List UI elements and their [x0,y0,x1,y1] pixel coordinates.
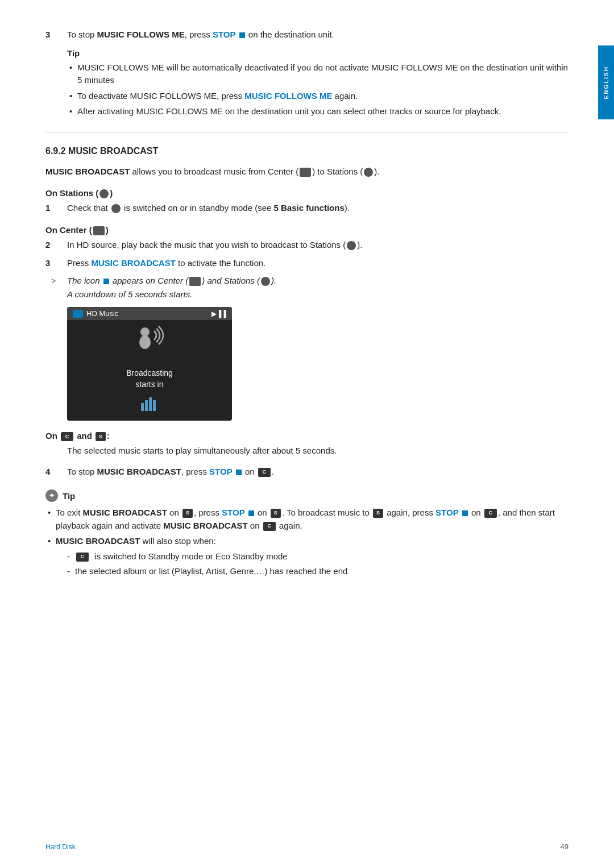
screenshot-title: HD Music [86,309,118,318]
svg-rect-4 [149,397,152,411]
tip-bottom-title: Tip [63,491,75,501]
section-heading: 6.9.2 MUSIC BROADCAST [45,146,569,156]
s-icon-tip1b: S [271,509,281,518]
center-icon-heading [93,226,105,235]
step2: 2 In HD source, play back the music that… [45,239,569,252]
broadcast-line2: starts in [135,380,163,389]
countdown-icon [141,396,158,413]
step3-mb-text: Press MUSIC BROADCAST to activate the fu… [67,257,569,270]
dash-item-1: C is switched to Standby mode or Eco Sta… [67,550,569,563]
step3-top-mid: , press [185,30,213,39]
and-text: and [503,508,517,517]
broadcast-icon-inline [103,279,109,284]
on-stations-heading-text: On Stations ( [45,188,98,198]
center-icon-arrow [189,277,201,286]
station-icon-intro [364,168,373,177]
tip-item-2: To deactivate MUSIC FOLLOWS ME, press MU… [67,90,569,103]
step3-top-text: To stop MUSIC FOLLOWS ME, press STOP on … [67,28,569,41]
stop-sq-tip1b [462,510,468,516]
c-icon-tip1b: C [263,522,276,531]
bars-svg [141,397,158,411]
step1: 1 Check that is switched on or in standb… [45,202,569,215]
step3-mb: 3 Press MUSIC BROADCAST to activate the … [45,257,569,270]
footer-label: Hard Disk [45,843,76,851]
step3-mb-num: 3 [45,258,67,268]
step2-before: In HD source, play back the music that y… [67,240,346,250]
intro-text: allows you to broadcast music from Cente… [130,167,298,176]
stop-sq-tip1a [248,510,254,516]
step4-text: To stop MUSIC BROADCAST, press STOP on C… [67,466,569,479]
step4: 4 To stop MUSIC BROADCAST, press STOP on… [45,466,569,479]
s-icon-heading: S [96,432,106,441]
step1-after: is switched on or in standby mode (see [124,203,273,213]
stop-icon-top [239,32,245,38]
tip-bottom-item2: MUSIC BROADCAST will also stop when: C i… [45,535,569,578]
station-icon-arrow [261,277,270,286]
dash-item-2: the selected album or list (Playlist, Ar… [67,565,569,578]
footer-page: 49 [561,842,569,851]
arrow-end: ). [271,276,276,285]
step1-bold: 5 Basic functions [274,203,345,213]
intro-text3: ). [374,167,379,176]
c-icon-tip1: C [484,509,497,518]
tip-bottom-header: ✦ Tip [45,489,569,502]
step3-mb-after: to activate the function. [176,258,265,268]
arrow-before: The icon [67,276,102,285]
on-center-heading-end: ) [106,225,109,235]
tip-top-title: Tip [67,48,569,58]
svg-point-0 [140,327,150,337]
step1-text: Check that is switched on or in standby … [67,202,569,215]
on-c-and-s-before: On [45,431,60,441]
intro-text2: ) to Stations ( [312,167,363,176]
on-center-heading-text: On Center ( [45,225,92,235]
tip-mb-bold1: MUSIC BROADCAST [83,508,167,517]
on-c-and-s-colon: : [107,431,110,441]
tip-mb-bold2: MUSIC BROADCAST [163,521,247,530]
on-c-and-s-heading: On C and S: [45,431,569,441]
on-stations-heading-end: ) [110,188,113,198]
c-icon-heading: C [61,432,73,441]
step3-top-num: 3 [45,30,67,39]
titlebar-music-icon [73,310,83,318]
section-title: MUSIC BROADCAST [68,146,158,156]
tip-top: Tip MUSIC FOLLOWS ME will be automatical… [67,48,569,118]
step3-top: 3 To stop MUSIC FOLLOWS ME, press STOP o… [45,28,569,41]
on-stations-heading: On Stations () [45,188,569,198]
center-icon-intro [300,168,311,177]
tip-mb-bold3: MUSIC BROADCAST [56,536,140,546]
screenshot-box: HD Music ▶▐▐ Broadcasting [67,307,232,421]
sidebar-tab: ENGLISH [598,45,614,119]
titlebar-left: HD Music [73,309,118,318]
dash-list: C is switched to Standby mode or Eco Sta… [67,550,569,578]
sidebar-label: ENGLISH [603,66,609,99]
step1-end: ). [345,203,350,213]
page-container: ENGLISH 3 To stop MUSIC FOLLOWS ME, pres… [0,0,614,868]
step3-mb-before: Press [67,258,92,268]
on-c-and-s-and: and [74,431,94,441]
tip-icon: ✦ [45,489,58,502]
s-icon-tip1c: S [373,509,383,518]
broadcast-svg [132,324,167,358]
svg-rect-2 [141,403,144,411]
stop-tip1a: STOP [222,508,245,517]
svg-rect-3 [145,400,148,411]
page-footer: Hard Disk 49 [45,842,569,851]
step4-after: on [243,467,255,476]
step3-top-after: on the destination unit. [246,30,334,39]
stop-tip1b: STOP [435,508,459,517]
step1-before: Check that [67,203,108,213]
svg-point-1 [139,335,151,349]
screenshot-body: Broadcasting starts in [67,320,232,417]
countdown-line: A countdown of 5 seconds starts. [45,289,569,299]
on-c-and-s-text: The selected music starts to play simult… [67,446,337,455]
tip-bottom-item1: To exit MUSIC BROADCAST on S, press STOP… [45,506,569,532]
tip-bottom: ✦ Tip To exit MUSIC BROADCAST on S, pres… [45,489,569,578]
s-icon-tip1a: S [182,509,193,518]
step2-num: 2 [45,240,67,250]
tip-top-list: MUSIC FOLLOWS ME will be automatically d… [67,61,569,118]
step4-num: 4 [45,467,67,476]
step4-mid: , press [181,467,209,476]
intro-bold: MUSIC BROADCAST [45,167,130,176]
step4-stop: STOP [209,467,233,476]
step4-before: To stop [67,467,97,476]
